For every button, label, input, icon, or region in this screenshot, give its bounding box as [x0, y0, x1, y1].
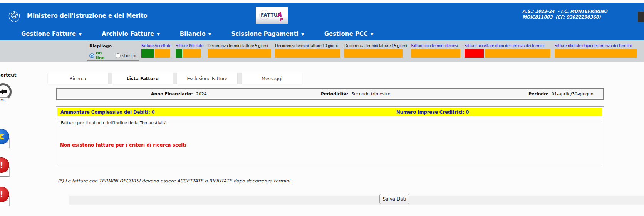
ammontare-debiti: Ammontare Complessivo dei Debiti: 0 — [60, 110, 155, 115]
italy-emblem-icon — [7, 8, 22, 23]
legend-link[interactable]: Fatture Accettate — [141, 43, 171, 48]
legend-link[interactable]: Fatture con termini decorsi — [411, 43, 460, 48]
logo-p-mark: P — [279, 17, 283, 22]
menu-label: Gestione Fatture — [21, 30, 76, 37]
footnote: (*) Le fatture con TERMINI DECORSI devon… — [58, 178, 292, 184]
menu-label: Bilancio — [180, 30, 206, 37]
riepilogo-box: Riepilogo on line storico — [87, 42, 139, 61]
orange-segment — [411, 49, 460, 58]
status-bar — [411, 49, 460, 58]
orange-segment — [344, 49, 403, 58]
legend-accettate-dopo-decorrenza: Fatture accettate dopo decorrenza dei te… — [465, 43, 550, 58]
shortcut-title: Shortcut — [0, 73, 16, 78]
legend-items: Fatture Accettate Fatture Rifiutate Deco… — [141, 43, 637, 58]
menu-label: Scissione Pagamenti — [231, 30, 299, 37]
numero-imprese-creditrici: Numero Imprese Creditrici: 0 — [396, 110, 469, 115]
periodo-value: 01-aprile/30-giugno — [552, 91, 593, 96]
ministry-title: Ministero dell'Istruzione e del Merito — [27, 12, 148, 19]
save-button[interactable]: Salva Dati — [379, 194, 409, 204]
tab-lista-fatture[interactable]: Lista Fatture — [112, 73, 173, 84]
caret-down-icon: ▼ — [157, 32, 160, 36]
legend-link[interactable]: Fatture Rifiutate — [176, 43, 203, 48]
legend-termini-decorsi: Fatture con termini decorsi — [411, 43, 460, 58]
top-header: Ministero dell'Istruzione e del Merito F… — [0, 3, 644, 40]
legend-label: Decorrenza termini fatture 5 giorni — [208, 43, 271, 48]
red-segment — [465, 49, 484, 58]
menu-bilancio[interactable]: Bilancio▼ — [180, 30, 211, 37]
tempestivita-fieldset: Fatture per il calcolo dell'Indice della… — [56, 123, 604, 164]
periodicita-label: Periodicità: — [321, 91, 348, 96]
legend-decorrenza-15-giorni: Decorrenza termini fatture 15 giorni — [344, 43, 407, 58]
tab-bar: Ricerca Lista Fatture Esclusione Fatture… — [48, 73, 302, 84]
home-shortcut-label[interactable]: HOME — [0, 97, 8, 103]
menu-gestione-fatture[interactable]: Gestione Fatture▼ — [21, 30, 82, 37]
legend-rifiutate-dopo-decorrenza: Fatture rifiutate dopo decorrenza dei te… — [555, 43, 637, 58]
radio-storico[interactable] — [116, 53, 121, 58]
app-window: Ministero dell'Istruzione e del Merito F… — [0, 0, 644, 216]
periodicita: Periodicità: Secondo trimestre — [321, 89, 390, 99]
school-info: A.S.: 2023-24 - I.C. MONTEFIORINO MOIC81… — [522, 8, 607, 20]
green-segment — [141, 49, 154, 58]
tab-ricerca[interactable]: Ricerca — [48, 73, 108, 84]
fatturapa-logo: FATTUR A P — [256, 7, 288, 24]
tempestivita-legend: Fatture per il calcolo dell'Indice della… — [59, 120, 168, 125]
orange-segment — [208, 49, 271, 58]
caret-down-icon: ▼ — [79, 32, 82, 36]
radio-storico-label[interactable]: storico — [122, 53, 136, 58]
legend-link[interactable]: Fatture rifiutate dopo decorrenza dei te… — [555, 43, 637, 48]
caret-down-icon: ▼ — [371, 32, 374, 36]
status-bar — [141, 49, 171, 58]
menu-label: Archivio Fatture — [102, 30, 154, 37]
menu-archivio-fatture[interactable]: Archivio Fatture▼ — [102, 30, 160, 37]
orange-segment — [485, 49, 550, 58]
status-legend-bar: Riepilogo on line storico Fatture Accett… — [0, 40, 644, 62]
action-bar — [69, 196, 644, 205]
menu-label: Gestione PCC — [324, 30, 368, 37]
legend-label: Decorrenza termini fatture 10 giorni — [275, 43, 340, 48]
radio-online-label[interactable]: on line — [96, 51, 112, 61]
riepilogo-title: Riepilogo — [89, 44, 136, 49]
legend-decorrenza-10-giorni: Decorrenza termini fatture 10 giorni — [275, 43, 340, 58]
orange-segment — [183, 49, 201, 58]
caret-down-icon: ▼ — [301, 32, 304, 36]
radio-online[interactable] — [89, 53, 94, 58]
status-bar — [275, 49, 340, 58]
menu-scissione-pagamenti[interactable]: Scissione Pagamenti▼ — [231, 30, 304, 37]
green-segment — [176, 49, 182, 58]
legend-decorrenza-5-giorni: Decorrenza termini fatture 5 giorni — [208, 43, 271, 58]
caret-down-icon: ▼ — [208, 32, 211, 36]
periodo-label: Periodo: — [528, 91, 548, 96]
orange-segment — [275, 49, 340, 58]
legend-link[interactable]: Fatture accettate dopo decorrenza dei te… — [465, 43, 550, 48]
main-menu: Gestione Fatture▼ Archivio Fatture▼ Bila… — [0, 27, 644, 40]
legend-label: Decorrenza termini fatture 15 giorni — [344, 43, 407, 48]
orange-segment — [155, 49, 170, 58]
edge-panel-button[interactable] — [638, 12, 644, 22]
anno-finanziario: Anno Finanziario: 2024 — [151, 89, 207, 99]
summary-bar: Anno Finanziario: 2024 Periodicità: Seco… — [56, 88, 604, 100]
legend-fatture-accettate: Fatture Accettate — [141, 43, 171, 58]
anno-finanziario-label: Anno Finanziario: — [151, 91, 193, 96]
totals-bar-inner: Ammontare Complessivo dei Debiti: 0 Nume… — [57, 108, 602, 116]
status-bar — [344, 49, 407, 58]
tab-esclusione-fatture[interactable]: Esclusione Fatture — [177, 73, 237, 84]
anno-finanziario-value: 2024 — [196, 91, 207, 96]
status-bar — [208, 49, 271, 58]
tab-messaggi[interactable]: Messaggi — [242, 73, 302, 84]
periodo: Periodo: 01-aprile/30-giugno — [528, 89, 594, 99]
orange-segment — [555, 49, 637, 58]
school-code-line: MOIC811003 (CF: 93022290360) — [522, 14, 607, 20]
menu-gestione-pcc[interactable]: Gestione PCC▼ — [324, 30, 374, 37]
status-bar — [465, 49, 550, 58]
status-bar — [176, 49, 203, 58]
periodicita-value: Secondo trimestre — [351, 91, 390, 96]
legend-fatture-rifiutate: Fatture Rifiutate — [176, 43, 203, 58]
back-arrow-icon — [0, 89, 7, 94]
totals-bar: Ammontare Complessivo dei Debiti: 0 Nume… — [56, 106, 604, 118]
no-results-message: Non esistono fatture per i criteri di ri… — [60, 142, 186, 148]
school-year-line: A.S.: 2023-24 - I.C. MONTEFIORINO — [522, 8, 607, 14]
status-bar — [555, 49, 637, 58]
